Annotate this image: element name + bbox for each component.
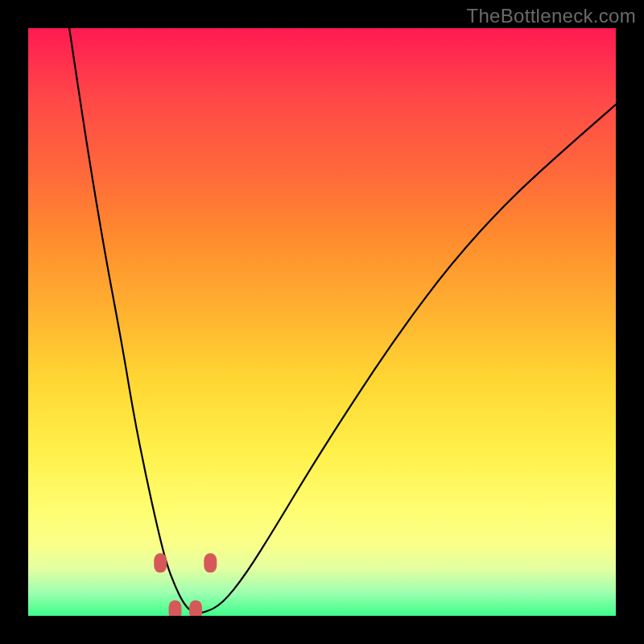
curve-marker [189,601,202,616]
chart-frame: TheBottleneck.com [0,0,644,644]
bottleneck-curve [69,28,616,613]
watermark-text: TheBottleneck.com [466,5,636,27]
curve-marker [154,553,167,572]
plot-area [28,28,616,616]
curve-marker [204,553,217,572]
curve-svg [28,28,616,616]
curve-marker [169,601,182,616]
